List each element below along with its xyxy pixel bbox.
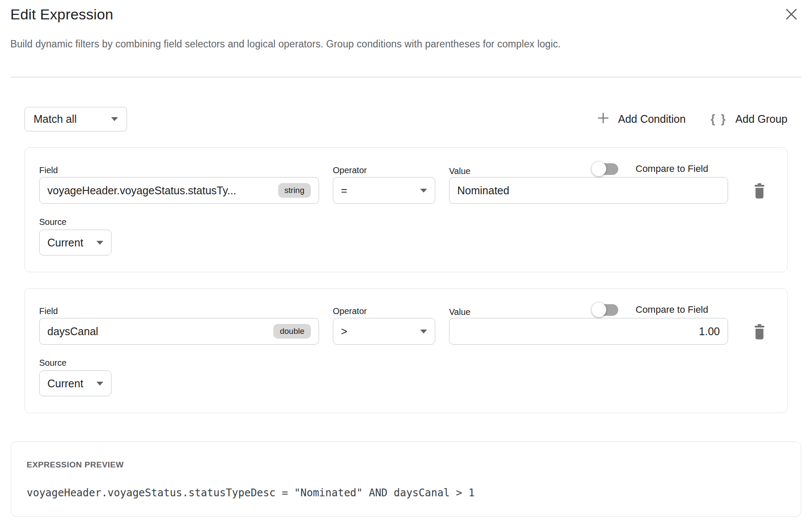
operator-value: > xyxy=(341,325,347,338)
source-label: Source xyxy=(39,214,319,229)
condition-card-1: Field voyageHeader.voyageStatus.statusTy… xyxy=(25,147,787,272)
chevron-down-icon xyxy=(420,189,427,193)
delete-column xyxy=(742,302,777,396)
value-column: Value Compare to Field 1.00 xyxy=(449,302,728,396)
compare-to-field-label: Compare to Field xyxy=(635,304,708,315)
add-group-label: Add Group xyxy=(735,113,787,125)
chevron-down-icon xyxy=(420,330,427,333)
operator-column: Operator > xyxy=(333,302,435,396)
condition-card-2: Field daysCanal double Source Current Op… xyxy=(25,288,787,413)
operator-value: = xyxy=(341,184,347,197)
source-value: Current xyxy=(47,377,83,390)
add-group-button[interactable]: { } Add Group xyxy=(711,112,787,126)
chevron-down-icon xyxy=(96,382,103,386)
value-column: Value Compare to Field Nominated xyxy=(449,161,728,255)
field-value: voyageHeader.voyageStatus.statusTy... xyxy=(47,184,236,197)
field-column: Field daysCanal double Source Current xyxy=(39,302,319,396)
expression-preview-card: EXPRESSION PREVIEW voyageHeader.voyageSt… xyxy=(11,442,801,517)
braces-icon: { } xyxy=(711,112,727,126)
field-value: daysCanal xyxy=(47,325,98,338)
delete-condition-button[interactable] xyxy=(752,323,767,342)
field-column: Field voyageHeader.voyageStatus.statusTy… xyxy=(39,161,319,255)
field-type-badge: string xyxy=(278,183,311,198)
match-mode-value: Match all xyxy=(34,113,77,125)
compare-to-field-toggle[interactable] xyxy=(592,302,618,317)
compare-to-field-label: Compare to Field xyxy=(635,163,708,174)
value-label: Value xyxy=(449,307,471,317)
value-text: Nominated xyxy=(457,184,509,197)
add-condition-label: Add Condition xyxy=(618,113,685,125)
trash-icon xyxy=(752,335,767,342)
compare-to-field-group: Compare to Field xyxy=(592,302,728,317)
match-mode-select[interactable]: Match all xyxy=(25,107,127,131)
close-button[interactable] xyxy=(784,7,799,22)
dialog-subtitle: Build dynamic filters by combining field… xyxy=(10,38,802,50)
field-input[interactable]: voyageHeader.voyageStatus.statusTy... st… xyxy=(39,177,319,204)
source-select[interactable]: Current xyxy=(39,230,112,255)
value-label: Value xyxy=(449,166,471,176)
chevron-down-icon xyxy=(111,117,118,121)
close-icon xyxy=(785,8,798,22)
value-input[interactable]: 1.00 xyxy=(449,318,728,345)
compare-to-field-toggle[interactable] xyxy=(592,162,618,176)
operator-select[interactable]: = xyxy=(333,177,435,204)
field-label: Field xyxy=(39,161,319,177)
dialog-header: Edit Expression xyxy=(10,6,802,23)
value-text: 1.00 xyxy=(699,325,720,338)
header-divider xyxy=(11,77,801,78)
chevron-down-icon xyxy=(96,241,103,245)
delete-column xyxy=(742,161,777,255)
operator-label: Operator xyxy=(333,302,435,318)
source-label: Source xyxy=(39,355,319,370)
expression-preview-heading: EXPRESSION PREVIEW xyxy=(27,460,785,470)
page-title: Edit Expression xyxy=(10,6,113,23)
field-input[interactable]: daysCanal double xyxy=(39,318,319,345)
operator-label: Operator xyxy=(333,161,435,177)
compare-to-field-group: Compare to Field xyxy=(592,162,728,176)
delete-condition-button[interactable] xyxy=(752,182,767,201)
field-label: Field xyxy=(39,302,319,318)
operator-select[interactable]: > xyxy=(333,318,435,345)
add-condition-button[interactable]: Add Condition xyxy=(597,112,685,127)
value-input[interactable]: Nominated xyxy=(449,177,728,204)
field-type-badge: double xyxy=(273,324,311,339)
source-select[interactable]: Current xyxy=(39,370,112,396)
operator-column: Operator = xyxy=(333,161,435,255)
source-value: Current xyxy=(47,237,83,249)
expression-preview-code: voyageHeader.voyageStatus.statusTypeDesc… xyxy=(27,487,785,499)
trash-icon xyxy=(752,194,767,201)
plus-icon xyxy=(597,112,609,127)
toolbar-actions: Add Condition { } Add Group xyxy=(597,112,787,127)
builder-toolbar: Match all Add Condition { } Add Group xyxy=(25,107,787,131)
edit-expression-dialog: Edit Expression Build dynamic filters by… xyxy=(0,0,812,517)
